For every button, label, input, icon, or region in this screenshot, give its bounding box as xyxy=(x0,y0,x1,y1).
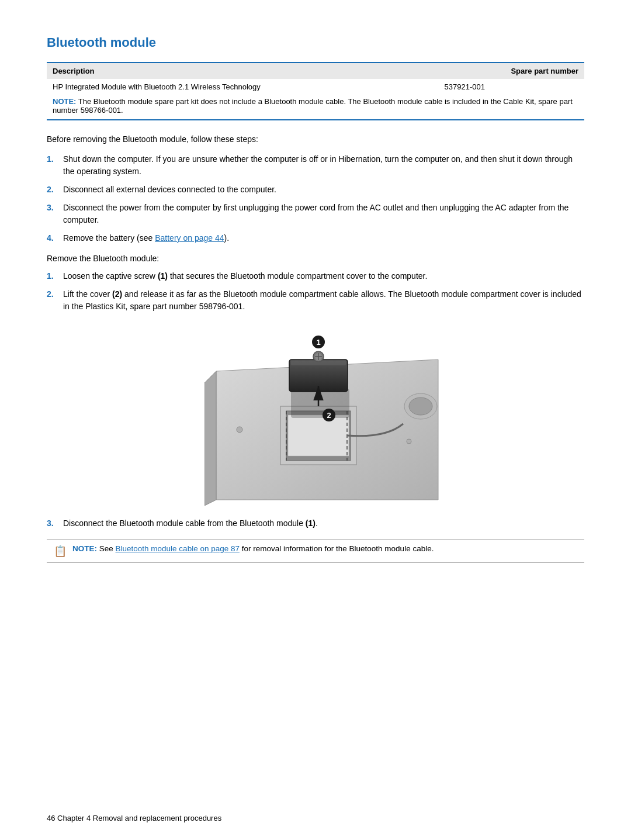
step-number: 3. xyxy=(47,517,63,530)
parts-table: Description Spare part number HP Integra… xyxy=(47,62,584,120)
step-content: Disconnect the power from the computer b… xyxy=(63,202,584,226)
list-item: 3. Disconnect the Bluetooth module cable… xyxy=(47,517,584,530)
step-content: Disconnect the Bluetooth module cable fr… xyxy=(63,517,584,530)
list-item: 4. Remove the battery (see Battery on pa… xyxy=(47,232,584,244)
svg-point-23 xyxy=(407,439,411,444)
battery-link[interactable]: Battery on page 44 xyxy=(155,233,224,243)
part-description: HP Integrated Module with Bluetooth 2.1 … xyxy=(47,79,439,95)
steps-remove-list: 1. Loosen the captive screw (1) that sec… xyxy=(47,270,584,313)
table-note-cell: NOTE: The Bluetooth module spare part ki… xyxy=(47,95,584,120)
note-content: NOTE: See Bluetooth module cable on page… xyxy=(72,544,434,553)
intro-paragraph: Before removing the Bluetooth module, fo… xyxy=(47,134,584,144)
list-item: 2. Lift the cover (2) and release it as … xyxy=(47,288,584,313)
step-number: 2. xyxy=(47,288,63,313)
step-content: Lift the cover (2) and release it as far… xyxy=(63,288,584,313)
table-row: HP Integrated Module with Bluetooth 2.1 … xyxy=(47,79,584,95)
step-number: 2. xyxy=(47,184,63,196)
steps-before-list: 1. Shut down the computer. If you are un… xyxy=(47,153,584,244)
note-label: NOTE: xyxy=(72,544,97,553)
svg-point-22 xyxy=(237,427,242,433)
step-content: Loosen the captive screw (1) that secure… xyxy=(63,270,584,282)
page-footer: 46 Chapter 4 Removal and replacement pro… xyxy=(47,814,221,822)
note-text: The Bluetooth module spare part kit does… xyxy=(53,97,573,115)
list-item: 1. Loosen the captive screw (1) that sec… xyxy=(47,270,584,282)
note-text-after: for removal information for the Bluetoot… xyxy=(242,544,434,553)
svg-marker-1 xyxy=(204,371,216,506)
diagram-container: 1 2 xyxy=(70,324,584,506)
bluetooth-cable-link[interactable]: Bluetooth module cable on page 87 xyxy=(116,544,240,553)
svg-text:1: 1 xyxy=(316,338,320,347)
step-number: 1. xyxy=(47,270,63,282)
list-item: 2. Disconnect all external devices conne… xyxy=(47,184,584,196)
col-description-header: Description xyxy=(47,63,439,79)
list-item: 3. Disconnect the power from the compute… xyxy=(47,202,584,226)
svg-rect-4 xyxy=(288,415,349,456)
part-number: 537921-001 xyxy=(439,79,585,95)
svg-rect-7 xyxy=(291,389,349,418)
note-label: NOTE: xyxy=(53,97,76,106)
svg-text:2: 2 xyxy=(327,411,331,420)
table-note-row: NOTE: The Bluetooth module spare part ki… xyxy=(47,95,584,120)
list-item: 1. Shut down the computer. If you are un… xyxy=(47,153,584,178)
step3-list: 3. Disconnect the Bluetooth module cable… xyxy=(47,517,584,530)
note-box: 📋 NOTE: See Bluetooth module cable on pa… xyxy=(47,539,584,563)
step-content: Remove the battery (see Battery on page … xyxy=(63,232,584,244)
svg-point-21 xyxy=(409,397,432,415)
module-diagram: 1 2 xyxy=(204,324,450,506)
note-text-before: See xyxy=(99,544,116,553)
step-number: 1. xyxy=(47,153,63,178)
step-number: 4. xyxy=(47,232,63,244)
step-content: Shut down the computer. If you are unsur… xyxy=(63,153,584,178)
remove-intro: Remove the Bluetooth module: xyxy=(47,254,584,263)
col-part-number-header: Spare part number xyxy=(439,63,585,79)
step-number: 3. xyxy=(47,202,63,226)
page-title: Bluetooth module xyxy=(47,35,584,50)
step-content: Disconnect all external devices connecte… xyxy=(63,184,584,196)
note-icon: 📋 xyxy=(54,545,67,558)
